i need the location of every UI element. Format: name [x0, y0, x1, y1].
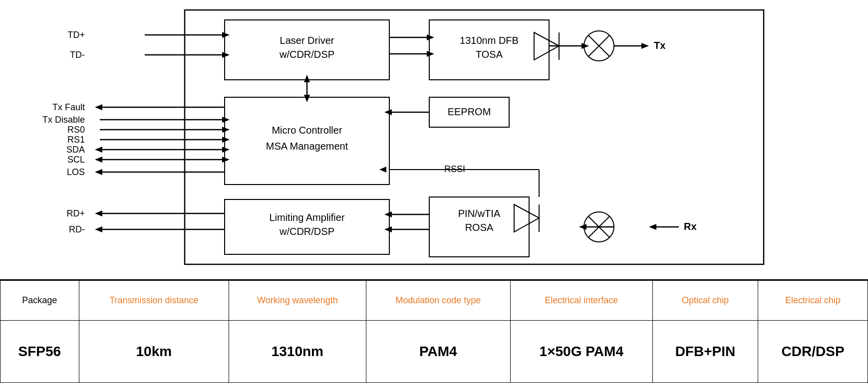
svg-text:Tx: Tx [654, 40, 665, 51]
cell-optical-chip: DFB+PIN [652, 321, 758, 383]
cell-electrical-interface: 1×50G PAM4 [510, 321, 652, 383]
svg-text:Tx Disable: Tx Disable [42, 115, 85, 125]
svg-marker-29 [222, 32, 230, 38]
col-header-package: Package [0, 281, 79, 321]
cell-wavelength: 1310nm [229, 321, 366, 383]
block-diagram: Laser Driver w/CDR/DSP 1310nm DFB TOSA M… [0, 0, 868, 279]
diagram-area: Laser Driver w/CDR/DSP 1310nm DFB TOSA M… [0, 0, 868, 279]
svg-text:LOS: LOS [67, 167, 85, 177]
svg-text:SCL: SCL [67, 155, 85, 165]
svg-marker-31 [222, 52, 230, 58]
svg-marker-57 [649, 224, 656, 230]
svg-marker-74 [95, 169, 102, 175]
svg-marker-69 [222, 147, 230, 153]
svg-marker-37 [581, 43, 589, 49]
svg-marker-42 [304, 75, 310, 82]
svg-marker-62 [222, 117, 230, 123]
svg-text:Tx Fault: Tx Fault [52, 102, 85, 112]
main-container: Laser Driver w/CDR/DSP 1310nm DFB TOSA M… [0, 0, 868, 383]
svg-text:MSA Management: MSA Management [266, 141, 348, 152]
col-header-transmission: Transmission distance [79, 281, 229, 321]
col-header-electrical: Electrical interface [510, 281, 652, 321]
svg-text:SDA: SDA [66, 145, 85, 155]
svg-marker-20 [514, 204, 539, 232]
svg-marker-71 [95, 157, 102, 163]
svg-marker-55 [579, 224, 586, 230]
svg-marker-33 [427, 34, 434, 40]
cell-package: SFP56 [0, 321, 79, 383]
svg-text:Limiting Amplifier: Limiting Amplifier [269, 212, 345, 223]
svg-text:EEPROM: EEPROM [448, 106, 491, 117]
cell-modulation: PAM4 [366, 321, 510, 383]
col-header-modulation: Modulation code type [366, 281, 510, 321]
svg-text:RD-: RD- [69, 224, 85, 234]
svg-marker-72 [222, 157, 230, 163]
spec-table: Package Transmission distance Working wa… [0, 280, 868, 383]
svg-marker-66 [222, 137, 230, 143]
col-header-wavelength: Working wavelength [229, 281, 366, 321]
svg-text:Rx: Rx [684, 221, 697, 232]
svg-text:ROSA: ROSA [465, 222, 494, 233]
svg-marker-68 [95, 147, 102, 153]
svg-text:w/CDR/DSP: w/CDR/DSP [279, 49, 334, 60]
svg-text:TOSA: TOSA [476, 49, 503, 60]
svg-marker-76 [95, 210, 102, 216]
cell-transmission: 10km [79, 321, 229, 383]
col-header-optical: Optical chip [652, 281, 758, 321]
svg-text:RD+: RD+ [66, 208, 85, 218]
svg-text:w/CDR/DSP: w/CDR/DSP [279, 226, 334, 237]
svg-text:RS1: RS1 [67, 135, 85, 145]
svg-text:TD-: TD- [70, 50, 85, 60]
svg-marker-45 [384, 109, 392, 115]
svg-marker-43 [304, 95, 310, 102]
svg-marker-35 [427, 51, 434, 57]
svg-text:Laser Driver: Laser Driver [280, 35, 334, 46]
svg-marker-53 [384, 226, 392, 232]
svg-text:TD+: TD+ [67, 30, 85, 40]
svg-marker-51 [384, 211, 392, 217]
svg-marker-39 [641, 43, 649, 49]
col-header-electrical-chip: Electrical chip [758, 281, 868, 321]
cell-electrical-chip: CDR/DSP [758, 321, 868, 383]
svg-text:PIN/wTIA: PIN/wTIA [458, 208, 501, 219]
spec-table-area: Package Transmission distance Working wa… [0, 279, 868, 383]
svg-marker-64 [222, 127, 230, 133]
svg-marker-60 [95, 104, 102, 110]
svg-marker-49 [379, 167, 386, 173]
svg-text:RS0: RS0 [67, 125, 85, 135]
svg-text:1310nm DFB: 1310nm DFB [460, 35, 519, 46]
svg-marker-78 [95, 226, 102, 232]
svg-text:Micro Controller: Micro Controller [272, 125, 342, 136]
